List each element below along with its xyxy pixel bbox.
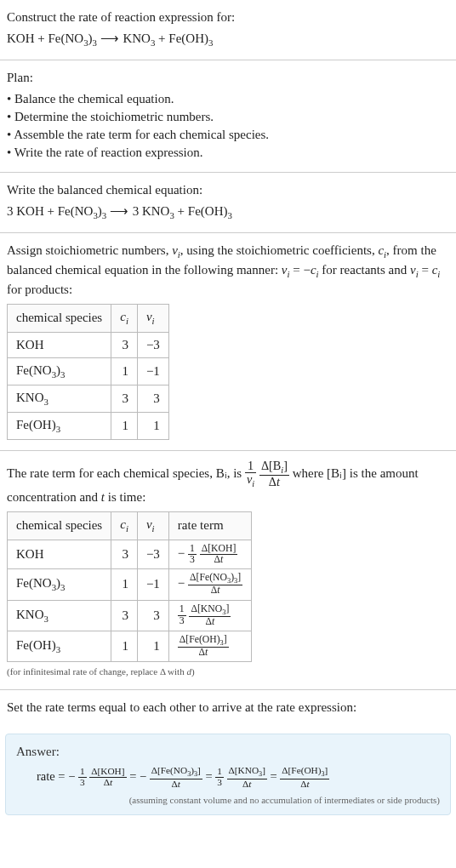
col-species: chemical species: [8, 512, 111, 540]
cell-nu: 1: [137, 412, 168, 439]
table-row: KNO3 3 3 13 Δ[KNO3]Δt: [8, 600, 252, 631]
cell-species: KNO3: [8, 600, 111, 631]
col-species: chemical species: [8, 305, 111, 332]
col-nui: νi: [137, 512, 168, 540]
reaction-arrow-icon: ⟶: [110, 204, 129, 218]
stoich-section: Assign stoichiometric numbers, νi, using…: [0, 233, 456, 451]
cell-rate-term: − Δ[Fe(NO3)3]Δt: [168, 569, 251, 600]
table-row: Fe(OH)3 1 1: [8, 412, 169, 439]
cell-nu: −3: [137, 332, 168, 357]
cell-nu: −1: [137, 357, 168, 385]
cell-c: 3: [111, 332, 138, 357]
reaction-arrow-icon: ⟶: [100, 31, 120, 45]
rate-term-section: The rate term for each chemical species,…: [0, 451, 456, 690]
cell-nu: 3: [137, 385, 168, 412]
answer-assumption: (assuming constant volume and no accumul…: [16, 794, 440, 807]
cell-species: KOH: [8, 332, 111, 357]
intro-section: Construct the rate of reaction expressio…: [0, 0, 456, 60]
cell-species: Fe(OH)3: [8, 412, 111, 439]
cell-species: KNO3: [8, 385, 111, 412]
unbalanced-equation: KOH + Fe(NO3)3 ⟶ KNO3 + Fe(OH)3: [7, 30, 449, 49]
plan-item: Assemble the rate term for each chemical…: [7, 126, 449, 144]
rate-expression: rate = − 13 Δ[KOH]Δt = − Δ[Fe(NO3)3]Δt =…: [16, 766, 440, 790]
cell-rate-term: Δ[Fe(OH)3]Δt: [168, 631, 251, 661]
species-kno3: KNO3: [123, 31, 155, 45]
plan-section: Plan: Balance the chemical equation. Det…: [0, 60, 456, 173]
col-ci: ci: [111, 512, 138, 540]
cell-c: 3: [111, 385, 138, 412]
table-row: KOH 3 −3: [8, 332, 169, 357]
balanced-section: Write the balanced chemical equation: 3 …: [0, 173, 456, 233]
cell-rate-term: − 13 Δ[KOH]Δt: [168, 540, 251, 569]
cell-species: Fe(OH)3: [8, 631, 111, 661]
stoich-text: Assign stoichiometric numbers, νi, using…: [7, 242, 449, 299]
table-header-row: chemical species ci νi rate term: [8, 512, 252, 540]
stoich-table: chemical species ci νi KOH 3 −3 Fe(NO3)3…: [7, 304, 169, 439]
fraction: 1νi: [245, 460, 256, 489]
species-feno33: Fe(NO3)3: [48, 31, 96, 45]
cell-c: 1: [111, 357, 138, 385]
answer-box: Answer: rate = − 13 Δ[KOH]Δt = − Δ[Fe(NO…: [5, 734, 451, 815]
table-row: KNO3 3 3: [8, 385, 169, 412]
cell-rate-term: 13 Δ[KNO3]Δt: [168, 600, 251, 631]
col-ci: ci: [111, 305, 138, 332]
species-feoh3: Fe(OH)3: [168, 31, 213, 45]
plan-list: Balance the chemical equation. Determine…: [7, 90, 449, 162]
plan-heading: Plan:: [7, 69, 449, 87]
cell-species: KOH: [8, 540, 111, 569]
plan-item: Determine the stoichiometric numbers.: [7, 108, 449, 126]
cell-species: Fe(NO3)3: [8, 357, 111, 385]
final-heading: Set the rate terms equal to each other t…: [7, 699, 449, 717]
plan-item: Write the rate of reaction expression.: [7, 144, 449, 162]
rate-table-footnote: (for infinitesimal rate of change, repla…: [7, 665, 449, 678]
cell-species: Fe(NO3)3: [8, 569, 111, 600]
balanced-equation: 3 KOH + Fe(NO3)3 ⟶ 3 KNO3 + Fe(OH)3: [7, 203, 449, 222]
answer-label: Answer:: [16, 743, 440, 761]
rate-term-table: chemical species ci νi rate term KOH 3 −…: [7, 511, 252, 662]
table-row: Fe(NO3)3 1 −1 − Δ[Fe(NO3)3]Δt: [8, 569, 252, 600]
cell-c: 1: [111, 412, 138, 439]
col-rate-term: rate term: [168, 512, 251, 540]
species-koh: KOH: [7, 31, 35, 45]
plan-item: Balance the chemical equation.: [7, 90, 449, 108]
final-section: Set the rate terms equal to each other t…: [0, 690, 456, 727]
table-row: Fe(OH)3 1 1 Δ[Fe(OH)3]Δt: [8, 631, 252, 661]
col-nui: νi: [137, 305, 168, 332]
intro-heading: Construct the rate of reaction expressio…: [7, 9, 449, 26]
rate-term-text: The rate term for each chemical species,…: [7, 460, 449, 507]
balanced-heading: Write the balanced chemical equation:: [7, 181, 449, 199]
table-row: KOH 3 −3 − 13 Δ[KOH]Δt: [8, 540, 252, 569]
table-header-row: chemical species ci νi: [8, 305, 169, 332]
fraction: Δ[Bi]Δt: [259, 460, 289, 489]
table-row: Fe(NO3)3 1 −1: [8, 357, 169, 385]
